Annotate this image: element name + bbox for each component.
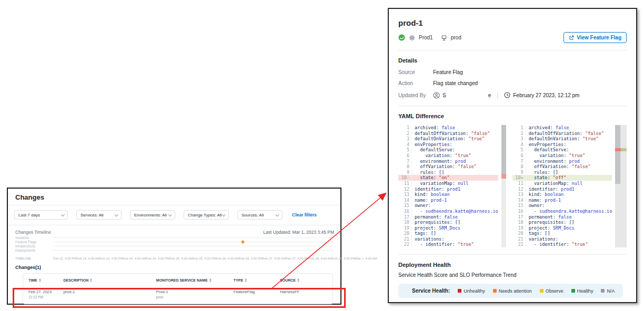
yaml-difference-heading: YAML Difference [398, 113, 627, 119]
scrollbar-thumb[interactable] [501, 125, 506, 174]
column-header[interactable]: MONITORED SERVICE NAME [156, 278, 234, 282]
updated-by-name-first: S [442, 92, 446, 98]
timeline-row-label: Infrastructure [15, 244, 53, 248]
deployment-health-heading: Deployment Health [398, 262, 627, 268]
column-header[interactable]: SOURCE [280, 278, 333, 282]
column-header-label: TIME [28, 278, 37, 282]
updated-by-name-last: e [488, 92, 491, 98]
yaml-line: 7 environment: prod [398, 159, 498, 164]
yaml-line: 1archived: false [398, 125, 498, 131]
detail-row-action: Action Flag state changed [398, 80, 627, 86]
yaml-line: 19project: SRM_Docs [512, 225, 612, 231]
timeline-tick: Feb 27, 4:00 PM [286, 257, 309, 260]
legend-item-label: Unhealthy [464, 288, 485, 294]
column-header[interactable]: TYPE [234, 278, 280, 282]
change-detail-panel: prod-1 Prod1 prod [388, 8, 637, 303]
legend-item-label: Healthy [577, 288, 593, 294]
sort-icon[interactable] [209, 278, 212, 282]
updated-at-value: February 27 2023, 12:12 pm [513, 92, 579, 98]
environment-label: prod [451, 35, 461, 40]
cell-time: Feb 27, 2023 12:12 PM [23, 289, 63, 299]
yaml-line-removed: 10- state: "on" [398, 175, 498, 181]
deployment-health-subheading: Service Health Score and SLO Performance… [398, 272, 627, 278]
details-heading: Details [398, 57, 627, 64]
yaml-line: 3defaultOnVariation: "true" [398, 136, 498, 142]
filter-dropdown[interactable]: Environments: All [130, 210, 175, 220]
filter-dropdown-value: Services: All [80, 213, 104, 217]
legend-swatch-icon [601, 289, 605, 293]
sort-icon[interactable] [39, 278, 41, 282]
clear-filters-link[interactable]: Clear filters [292, 212, 317, 217]
timeline-row-label: Incidents [15, 236, 53, 240]
timeline-tick: Feb 24, 4:00 PM [146, 257, 169, 260]
chevron-down-icon [276, 213, 279, 216]
chevron-down-icon [115, 213, 118, 216]
column-header[interactable]: DESCRIPTION [63, 278, 156, 282]
yaml-line: 22 - identifier: "true" [398, 242, 498, 247]
legend-item: Unhealthy [458, 288, 485, 294]
timeline-tick: Feb 27, 4:00 AM [263, 257, 286, 260]
environment-icon [441, 35, 447, 41]
view-feature-flag-button[interactable]: View Feature Flag [564, 32, 627, 43]
yaml-scrollbar-after[interactable] [615, 125, 627, 247]
view-feature-flag-label: View Feature Flag [577, 35, 621, 40]
yaml-line: 9 rules: [] [398, 170, 498, 175]
action-label: Action [398, 80, 433, 86]
divider [398, 254, 627, 255]
yaml-line: 14name: prod-1 [512, 198, 612, 203]
legend-swatch-icon [571, 289, 575, 293]
updated-by-label: Updated By [398, 92, 433, 98]
changes-panel-header: Changes [8, 193, 340, 205]
changes-panel-title: Changes [15, 193, 334, 201]
timeline-tick: Mar 1, 4:00 AM [356, 257, 377, 260]
filter-dropdown-value: Environments: All [134, 213, 167, 217]
timeline-tick: Feb 22, 4:00 PM [53, 257, 76, 260]
yaml-line: 4envProperties: [398, 142, 498, 148]
vertical-divider [497, 91, 498, 99]
timeline-row-line [53, 250, 334, 251]
source-label: Source [398, 69, 433, 75]
changes-count: Changes(1) [15, 265, 334, 270]
source-value: Feature Flag [433, 69, 463, 75]
yaml-line: 9 rules: [] [512, 170, 612, 175]
yaml-line: 21variations: [398, 236, 498, 242]
column-header-label: MONITORED SERVICE NAME [156, 278, 208, 282]
yaml-line: 20tags: [] [398, 231, 498, 236]
timeline-tick: Feb 25, 4:00 AM [169, 257, 193, 260]
change-event-marker[interactable] [241, 240, 245, 243]
filter-dropdown[interactable]: Last 7 days [14, 210, 68, 220]
filter-dropdown[interactable]: Sources: All [237, 210, 283, 220]
timeline-axis-label: TIMELINE [15, 257, 53, 260]
yaml-line: 5 defaultServe: [512, 147, 612, 153]
yaml-line: 6 variation: "true" [398, 153, 498, 159]
legend-item-label: N/A [607, 288, 615, 294]
yaml-line: 17permanent: false [398, 214, 498, 220]
yaml-line: 20tags: [] [512, 231, 612, 236]
sort-icon[interactable] [245, 278, 247, 282]
yaml-line: 3defaultOnVariation: "true" [512, 136, 612, 142]
scrollbar-thumb[interactable] [615, 125, 620, 184]
yaml-line: 2defaultOffVariation: "false" [398, 131, 498, 137]
avatar-icon [433, 92, 440, 99]
yaml-line: 16 - sudheendra.katte@harness.io [398, 209, 498, 214]
timeline-rows: Incidents Feature Flags Infrastructure D… [15, 235, 334, 252]
sort-icon[interactable] [297, 278, 299, 282]
yaml-line: 8 offVariation: "false" [398, 164, 498, 170]
action-value: Flag state changed [433, 80, 478, 86]
yaml-scrollbar-before[interactable] [501, 125, 506, 247]
last-updated-text: Last Updated: Mar 1, 2023 3:45 PM [263, 230, 334, 235]
legend-item: Observe [540, 288, 564, 294]
yaml-line: 15owner: [512, 203, 612, 209]
column-header[interactable]: TIME [23, 278, 63, 282]
legend-item-label: Needs attention [499, 288, 532, 294]
sort-icon[interactable] [90, 278, 92, 282]
yaml-line: 14name: prod-1 [398, 198, 498, 203]
table-row[interactable]: Feb 27, 2023 12:12 PM prod-1 Prod-1 prod… [23, 286, 333, 304]
yaml-line: 11 variationMap: null [512, 181, 612, 186]
yaml-line: 16 - sudheendra.katte@harness.io [512, 209, 612, 214]
filter-dropdown[interactable]: Services: All [76, 210, 122, 220]
filter-dropdown[interactable]: Change Types: All [184, 210, 229, 220]
divider [398, 50, 627, 50]
yaml-line: 4envProperties: [512, 142, 612, 148]
yaml-line: 21variations: [512, 236, 612, 242]
